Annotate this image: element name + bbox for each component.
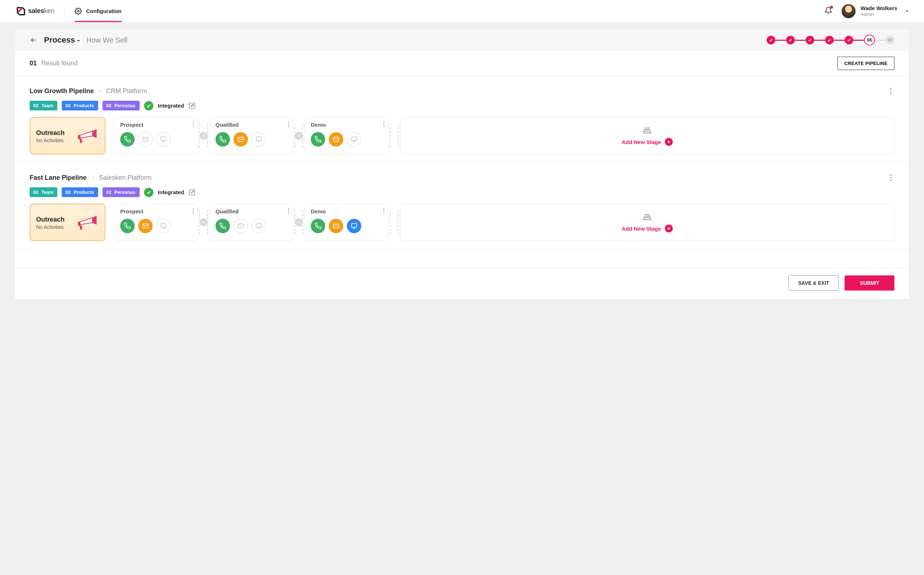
brand-name: salesken: [28, 7, 54, 15]
edit-icon[interactable]: [188, 189, 195, 196]
phone-icon[interactable]: [311, 132, 325, 146]
screen-icon[interactable]: [156, 219, 171, 233]
svg-rect-9: [352, 137, 357, 140]
avatar: [841, 3, 856, 19]
stages-row: Outreach No Activities Prospect: [30, 117, 894, 154]
pipeline-section-1: Fast Lane Pipeline - Salesken Platform 0…: [15, 163, 909, 249]
stage-card[interactable]: Qualified: [210, 203, 293, 241]
screen-icon[interactable]: [156, 132, 171, 146]
stage-card[interactable]: Demo: [305, 117, 388, 154]
step-next-label: 07: [888, 38, 892, 42]
add-stage-label: Add New Stage: [622, 139, 661, 145]
chip-products[interactable]: 02Products: [62, 101, 98, 110]
stage-card[interactable]: Demo: [305, 203, 388, 241]
main-panel: Process - How We Sell 06 07: [15, 30, 909, 299]
save-exit-button[interactable]: SAVE & EXIT: [788, 275, 839, 291]
screen-icon[interactable]: [347, 219, 361, 233]
add-stage-button[interactable]: +: [665, 224, 673, 232]
stage-card[interactable]: Prospect: [114, 203, 198, 241]
progress-stepper: 06 07: [767, 35, 894, 46]
stage-menu-button[interactable]: [193, 122, 194, 127]
dash: -: [99, 87, 101, 95]
stage-card[interactable]: Prospect: [114, 117, 198, 154]
back-arrow-icon[interactable]: [30, 36, 38, 44]
connector-button[interactable]: [200, 218, 208, 226]
chevron-down-icon: [905, 9, 910, 14]
pipeline-menu-button[interactable]: [887, 86, 894, 96]
step-3[interactable]: [806, 36, 814, 44]
phone-icon[interactable]: [120, 132, 135, 146]
add-stage-card[interactable]: Add New Stage +: [400, 203, 894, 241]
phone-icon[interactable]: [120, 219, 135, 233]
screen-icon[interactable]: [347, 132, 361, 146]
notifications-button[interactable]: [824, 6, 832, 16]
chip-personas[interactable]: 02Personas: [103, 101, 140, 110]
outreach-card[interactable]: Outreach No Activities: [30, 117, 105, 154]
chip-personas[interactable]: 02Personas: [103, 187, 140, 197]
submit-button[interactable]: SUBMIT: [845, 275, 894, 291]
svg-rect-1: [189, 103, 195, 108]
pipeline-menu-button[interactable]: [887, 173, 894, 182]
svg-point-0: [78, 10, 79, 12]
phone-icon[interactable]: [216, 219, 230, 233]
step-4[interactable]: [825, 36, 834, 44]
chip-products[interactable]: 02Products: [62, 187, 98, 197]
brand-logo[interactable]: salesken: [16, 6, 54, 16]
gear-icon: [75, 8, 82, 15]
connector-button[interactable]: [200, 132, 208, 140]
stage-connector: [388, 203, 400, 241]
user-menu[interactable]: Wade Wolkers Admin: [841, 3, 910, 19]
chips-row: 02Team 02Products 02Personas Integrated: [30, 187, 894, 197]
pipeline-name: Fast Lane Pipeline: [30, 174, 87, 181]
page-subtitle: How We Sell: [86, 36, 127, 44]
edit-icon[interactable]: [188, 102, 195, 110]
chip-team[interactable]: 02Team: [30, 101, 57, 110]
create-pipeline-button[interactable]: CREATE PIPELINE: [837, 57, 894, 70]
phone-icon[interactable]: [216, 132, 230, 146]
outreach-card[interactable]: Outreach No Activities: [30, 203, 105, 241]
stage-name: Demo: [311, 208, 383, 214]
step-1[interactable]: [767, 36, 775, 44]
stage-menu-button[interactable]: [383, 122, 384, 127]
svg-rect-7: [256, 137, 262, 140]
svg-rect-3: [78, 135, 81, 139]
tab-configuration[interactable]: Configuration: [75, 0, 121, 22]
nav-left: salesken Configuration: [16, 0, 122, 22]
stage-card[interactable]: Qualified: [210, 117, 293, 154]
mail-icon[interactable]: [138, 132, 153, 146]
step-current-label: 06: [867, 38, 872, 43]
add-stage-button[interactable]: +: [665, 138, 673, 146]
check-icon: [808, 38, 812, 42]
add-stage-card[interactable]: Add New Stage +: [400, 117, 894, 154]
megaphone-icon: [75, 124, 100, 149]
stage-connector: [198, 203, 210, 241]
chip-team[interactable]: 02Team: [30, 187, 57, 197]
mail-icon[interactable]: [233, 132, 248, 146]
mail-icon[interactable]: [329, 219, 343, 233]
stage-name: Prospect: [120, 122, 192, 128]
mail-icon[interactable]: [138, 219, 153, 233]
stage-connector: [293, 203, 305, 241]
screen-icon[interactable]: [252, 132, 266, 146]
panel-header: Process - How We Sell 06 07: [15, 30, 909, 51]
stage-name: Prospect: [120, 208, 192, 214]
integrated-label: Integrated: [158, 189, 184, 195]
mail-icon[interactable]: [233, 219, 248, 233]
pipeline-section-0: Low Growth Pipeline - CRM Platform 02Tea…: [15, 76, 909, 163]
stage-menu-button[interactable]: [383, 208, 384, 214]
step-5[interactable]: [845, 36, 853, 44]
step-2[interactable]: [786, 36, 795, 44]
connector-button[interactable]: [295, 218, 303, 226]
mail-icon[interactable]: [329, 132, 343, 146]
integrated-check-icon: [144, 188, 153, 197]
stage-menu-button[interactable]: [193, 208, 194, 214]
notification-dot: [830, 6, 833, 9]
screen-icon[interactable]: [252, 219, 266, 233]
stage-menu-button[interactable]: [288, 122, 289, 127]
connector-button[interactable]: [295, 132, 303, 140]
outreach-title: Outreach: [36, 129, 65, 137]
stage-menu-button[interactable]: [288, 208, 289, 214]
phone-icon[interactable]: [311, 219, 325, 233]
stack-icon: [643, 125, 652, 135]
step-current[interactable]: 06: [864, 35, 875, 46]
